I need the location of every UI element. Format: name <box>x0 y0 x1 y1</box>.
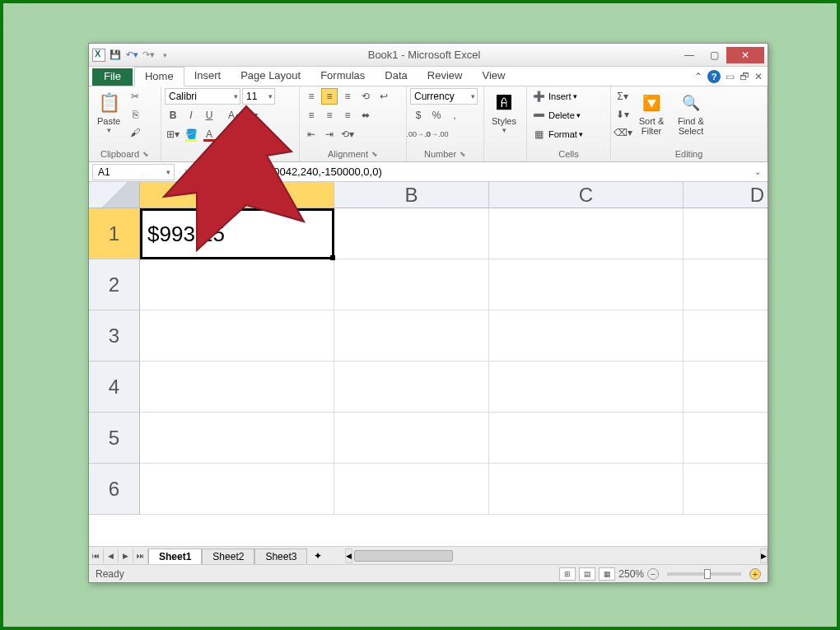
cell-C1[interactable] <box>489 208 684 259</box>
cell-B3[interactable] <box>334 310 489 362</box>
alignment-launcher-icon[interactable]: ⬊ <box>371 150 378 158</box>
styles-button[interactable]: 🅰 Styles ▾ <box>488 88 520 136</box>
cell-C2[interactable] <box>489 259 684 310</box>
tab-page-layout[interactable]: Page Layout <box>231 67 310 86</box>
orientation-icon[interactable]: ⟲ <box>357 88 374 105</box>
wrap-text-icon[interactable]: ↩ <box>376 88 392 105</box>
minimize-ribbon-icon[interactable]: ⌃ <box>694 71 702 82</box>
align-top-icon[interactable]: ≡ <box>303 88 320 105</box>
cell-D6[interactable] <box>684 464 768 515</box>
fill-icon[interactable]: ⬇▾ <box>614 106 631 123</box>
first-sheet-icon[interactable]: ⏮ <box>89 548 104 563</box>
underline-button[interactable]: U <box>201 107 217 124</box>
bold-button[interactable]: B <box>165 107 181 124</box>
cell-D3[interactable] <box>684 310 768 362</box>
zoom-level[interactable]: 250% <box>618 568 644 580</box>
row-header-2[interactable]: 2 <box>89 259 140 310</box>
decrease-font-icon[interactable]: A▾ <box>244 107 260 124</box>
tab-view[interactable]: View <box>472 67 515 86</box>
increase-indent-icon[interactable]: ⇥ <box>321 126 338 142</box>
clear-icon[interactable]: ⌫▾ <box>614 124 631 141</box>
number-format-combo[interactable]: Currency <box>410 88 478 105</box>
merge-icon[interactable]: ⬌ <box>357 107 374 124</box>
sheet-tab-1[interactable]: Sheet1 <box>148 548 202 564</box>
align-left-icon[interactable]: ≡ <box>303 107 320 124</box>
close-button[interactable]: ✕ <box>726 47 764 63</box>
name-box[interactable]: A1 <box>92 164 175 180</box>
undo-icon[interactable]: ↶▾ <box>125 49 138 62</box>
align-center-icon[interactable]: ≡ <box>321 107 338 124</box>
font-name-combo[interactable]: Calibri <box>165 88 240 105</box>
increase-font-icon[interactable]: A▴ <box>226 107 242 124</box>
copy-icon[interactable]: ⎘ <box>127 106 143 123</box>
decrease-decimal-icon[interactable]: .0→.00 <box>428 126 445 142</box>
cell-A1[interactable]: $993.25 <box>140 208 334 259</box>
zoom-thumb[interactable] <box>704 569 711 579</box>
italic-button[interactable]: I <box>183 107 199 124</box>
cell-A6[interactable] <box>140 464 334 515</box>
number-launcher-icon[interactable]: ⬊ <box>460 150 466 158</box>
cancel-formula-icon[interactable]: ✕ <box>178 166 194 178</box>
expand-formula-bar-icon[interactable]: ⌄ <box>754 167 768 176</box>
mdi-minimize-icon[interactable]: ▭ <box>726 71 735 82</box>
fill-color-icon[interactable]: 🪣 <box>183 126 199 142</box>
save-icon[interactable]: 💾 <box>109 49 122 62</box>
prev-sheet-icon[interactable]: ◀ <box>104 548 119 563</box>
cut-icon[interactable]: ✂ <box>127 88 143 105</box>
page-layout-view-icon[interactable]: ▤ <box>579 567 595 581</box>
normal-view-icon[interactable]: ⊞ <box>559 567 576 581</box>
cell-B1[interactable] <box>334 208 489 259</box>
cell-A2[interactable] <box>140 259 334 310</box>
row-header-3[interactable]: 3 <box>89 310 140 362</box>
tab-home[interactable]: Home <box>134 67 184 86</box>
row-header-4[interactable]: 4 <box>89 362 140 413</box>
cell-B5[interactable] <box>334 413 489 464</box>
font-launcher-icon[interactable]: ⬊ <box>238 150 245 158</box>
col-header-C[interactable]: C <box>489 182 684 208</box>
cell-C6[interactable] <box>489 464 684 515</box>
fx-icon[interactable]: fx <box>211 166 227 178</box>
row-header-5[interactable]: 5 <box>89 413 140 464</box>
cell-C4[interactable] <box>489 362 684 413</box>
excel-logo-icon[interactable] <box>92 49 105 62</box>
cell-D4[interactable] <box>684 362 768 413</box>
select-all-corner[interactable] <box>89 182 140 208</box>
percent-icon[interactable]: % <box>428 107 445 124</box>
clipboard-launcher-icon[interactable]: ⬊ <box>142 150 149 158</box>
col-header-A[interactable]: A <box>140 182 334 208</box>
align-right-icon[interactable]: ≡ <box>339 107 356 124</box>
zoom-in-icon[interactable]: + <box>749 568 761 580</box>
sort-filter-button[interactable]: 🔽 Sort & Filter <box>632 88 670 138</box>
tab-data[interactable]: Data <box>375 67 417 86</box>
tab-formulas[interactable]: Formulas <box>310 67 375 86</box>
minimize-button[interactable]: — <box>677 47 702 63</box>
col-header-D[interactable]: D <box>684 182 768 208</box>
delete-cells-button[interactable]: ➖Delete▾ <box>530 107 581 124</box>
cell-B4[interactable] <box>334 362 489 413</box>
find-select-button[interactable]: 🔍 Find & Select <box>672 88 710 138</box>
col-header-B[interactable]: B <box>334 182 489 208</box>
mdi-restore-icon[interactable]: 🗗 <box>740 71 749 82</box>
cell-C3[interactable] <box>489 310 684 362</box>
formula-input[interactable]: =PMT(0.0042,240,-150000,0,0) <box>227 164 754 180</box>
format-cells-button[interactable]: ▦Format▾ <box>530 126 583 142</box>
cell-A5[interactable] <box>140 413 334 464</box>
cell-D1[interactable] <box>684 208 768 259</box>
font-size-combo[interactable]: 11 <box>242 88 275 105</box>
paste-button[interactable]: 📋 Paste ▾ <box>92 88 125 136</box>
decrease-indent-icon[interactable]: ⇤ <box>303 126 320 142</box>
scroll-right-icon[interactable]: ▶ <box>760 548 768 563</box>
currency-icon[interactable]: $ <box>410 107 427 124</box>
cell-C5[interactable] <box>489 413 684 464</box>
qat-customize-icon[interactable]: ▾ <box>158 49 171 62</box>
row-header-6[interactable]: 6 <box>89 464 140 515</box>
last-sheet-icon[interactable]: ⏭ <box>133 548 148 563</box>
new-sheet-icon[interactable]: ✦ <box>307 548 329 563</box>
scroll-left-icon[interactable]: ◀ <box>345 548 352 563</box>
enter-formula-icon[interactable]: ✓ <box>194 166 211 178</box>
align-middle-icon[interactable]: ≡ <box>321 88 338 105</box>
maximize-button[interactable]: ▢ <box>702 47 726 63</box>
sheet-tab-3[interactable]: Sheet3 <box>254 548 307 564</box>
cell-A3[interactable] <box>140 310 334 362</box>
sheet-tab-2[interactable]: Sheet2 <box>202 548 254 564</box>
